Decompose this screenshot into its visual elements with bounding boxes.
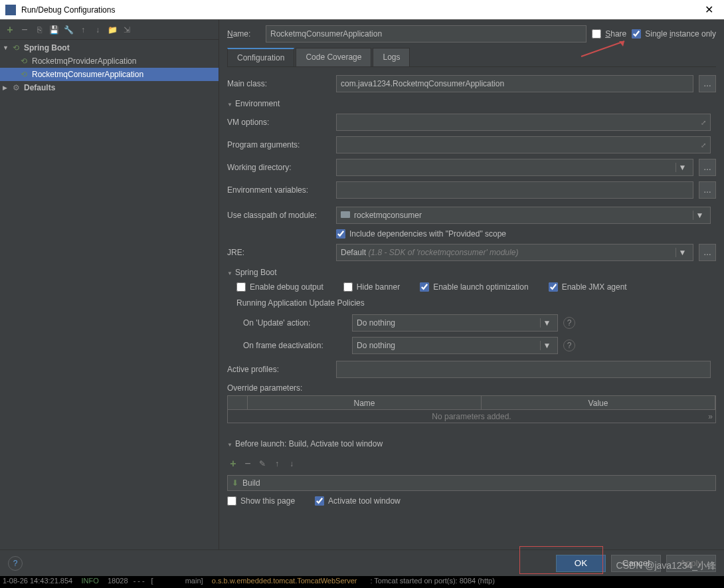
classpath-select[interactable]: rocketmqconsumer ▼	[336, 207, 711, 224]
browse-env-vars-button[interactable]: …	[699, 181, 716, 199]
browse-main-class-button[interactable]: …	[699, 75, 716, 92]
jre-label: JRE:	[227, 248, 331, 257]
single-instance-row[interactable]: Single instance only	[632, 29, 716, 39]
tree-label: Spring Boot	[24, 43, 70, 52]
help-icon[interactable]: ?	[563, 317, 575, 329]
app-icon	[5, 5, 16, 15]
tree-label: RocketmqProviderApplication	[32, 56, 136, 66]
jre-select[interactable]: Default (1.8 - SDK of 'rocketmqconsumer'…	[336, 244, 693, 261]
help-button[interactable]: ?	[8, 556, 23, 571]
hide-banner-checkbox[interactable]	[343, 282, 353, 292]
build-task-row[interactable]: ⬇ Build	[227, 475, 716, 491]
chevron-down-icon[interactable]: ▼	[540, 318, 553, 328]
env-section-header[interactable]: Environment	[227, 99, 716, 108]
chevron-down-icon[interactable]: ▼	[540, 341, 553, 350]
edit-task-icon[interactable]: ✎	[256, 458, 268, 470]
main-class-input[interactable]	[336, 75, 693, 92]
hide-banner-row[interactable]: Hide banner	[343, 282, 400, 292]
tree-provider-app[interactable]: ⟲ RocketmqProviderApplication	[0, 54, 219, 68]
show-page-row[interactable]: Show this page	[227, 496, 295, 506]
sidebar-toolbar: + − ⎘ 💾 🔧 ↑ ↓ 📁 ⇲	[0, 20, 219, 40]
save-config-icon[interactable]: 💾	[48, 24, 60, 36]
down-icon[interactable]: ↓	[92, 24, 104, 36]
tree-consumer-app[interactable]: ⟲ RocketmqConsumerApplication	[0, 68, 219, 81]
jmx-checkbox[interactable]	[549, 282, 558, 292]
col-name: Name	[248, 396, 482, 409]
include-deps-checkbox[interactable]	[336, 229, 345, 239]
col-value: Value	[482, 396, 715, 409]
share-checkbox-row[interactable]: Share	[592, 29, 626, 39]
chevron-down-icon[interactable]: ▼	[693, 211, 706, 220]
help-icon[interactable]: ?	[563, 340, 575, 351]
titlebar: Run/Debug Configurations ✕	[0, 0, 724, 20]
debug-output-row[interactable]: Enable debug output	[236, 282, 323, 292]
on-frame-select[interactable]: Do nothing▼	[352, 337, 558, 354]
remove-task-icon[interactable]: −	[242, 458, 254, 470]
tree-spring-boot[interactable]: ▼ ⟲ Spring Boot	[0, 41, 219, 54]
expand-icon[interactable]: ⤢	[701, 119, 706, 126]
remove-config-icon[interactable]: −	[19, 24, 31, 36]
sidebar: + − ⎘ 💾 🔧 ↑ ↓ 📁 ⇲ ▼ ⟲ Spring Boot ⟲ Rock…	[0, 20, 219, 571]
before-launch-header[interactable]: Before launch: Build, Activate tool wind…	[227, 439, 716, 448]
build-label: Build	[242, 478, 260, 488]
working-dir-label: Working directory:	[227, 163, 331, 172]
chevron-down-icon[interactable]: ▼	[676, 248, 689, 257]
launch-opt-row[interactable]: Enable launch optimization	[420, 282, 528, 292]
classpath-label: Use classpath of module:	[227, 211, 331, 220]
tab-configuration[interactable]: Configuration	[227, 48, 294, 66]
browse-working-dir-button[interactable]: …	[699, 159, 716, 176]
spring-section-header[interactable]: Spring Boot	[227, 268, 716, 277]
browse-jre-button[interactable]: …	[699, 244, 716, 261]
add-task-icon[interactable]: +	[227, 458, 239, 470]
tree-defaults[interactable]: ▶ ⚙ Defaults	[0, 81, 219, 94]
close-button[interactable]: ✕	[699, 3, 719, 16]
expand-arrow-icon[interactable]: ▼	[3, 45, 11, 51]
tabs: Configuration Code Coverage Logs	[227, 48, 716, 67]
folder-icon[interactable]: 📁	[106, 24, 118, 36]
launch-opt-checkbox[interactable]	[420, 282, 429, 292]
expand-arrow-icon[interactable]: ▶	[3, 84, 11, 91]
show-page-checkbox[interactable]	[227, 496, 236, 506]
include-deps-row[interactable]: Include dependencies with "Provided" sco…	[336, 229, 711, 239]
ok-button[interactable]: OK	[556, 555, 606, 572]
tab-code-coverage[interactable]: Code Coverage	[296, 48, 371, 66]
single-instance-checkbox[interactable]	[632, 29, 641, 39]
jmx-row[interactable]: Enable JMX agent	[549, 282, 627, 292]
copy-config-icon[interactable]: ⎘	[33, 24, 45, 36]
up-icon[interactable]: ↑	[77, 24, 89, 36]
name-input[interactable]	[266, 25, 587, 43]
down-icon[interactable]: ↓	[286, 458, 298, 470]
main-class-label: Main class:	[227, 79, 331, 88]
more-icon[interactable]: »	[708, 410, 713, 423]
working-dir-input[interactable]: ▼	[336, 159, 693, 176]
tab-logs[interactable]: Logs	[373, 48, 410, 66]
wrench-icon[interactable]: 🔧	[62, 24, 74, 36]
spring-icon: ⟲	[19, 69, 29, 80]
program-args-label: Program arguments:	[227, 140, 331, 149]
expand-icon[interactable]: ⤢	[701, 142, 706, 149]
dialog-button-bar: ? OK Cancel Apply	[0, 549, 724, 576]
build-icon: ⬇	[232, 478, 238, 488]
on-frame-label: On frame deactivation:	[243, 341, 347, 350]
on-update-select[interactable]: Do nothing▼	[352, 314, 558, 332]
debug-output-checkbox[interactable]	[236, 282, 246, 292]
single-instance-label: Single instance only	[645, 29, 716, 39]
chevron-down-icon[interactable]: ▼	[676, 163, 689, 172]
activate-tool-row[interactable]: Activate tool window	[315, 496, 401, 506]
spring-icon: ⟲	[19, 56, 29, 66]
add-config-icon[interactable]: +	[4, 24, 16, 36]
spring-icon: ⟲	[11, 43, 21, 53]
watermark: CSDN @java1234_小锋	[616, 560, 716, 572]
program-args-input[interactable]: ⤢	[336, 136, 711, 153]
up-icon[interactable]: ↑	[271, 458, 283, 470]
collapse-icon[interactable]: ⇲	[121, 24, 133, 36]
activate-tool-checkbox[interactable]	[315, 496, 324, 506]
tree-label: Defaults	[24, 83, 55, 92]
active-profiles-input[interactable]	[336, 361, 711, 378]
include-deps-label: Include dependencies with "Provided" sco…	[349, 229, 506, 239]
on-update-label: On 'Update' action:	[243, 318, 347, 328]
share-checkbox[interactable]	[592, 29, 601, 39]
tree-label: RocketmqConsumerApplication	[32, 70, 143, 79]
env-vars-input[interactable]	[336, 181, 693, 199]
vm-options-input[interactable]: ⤢	[336, 114, 711, 131]
